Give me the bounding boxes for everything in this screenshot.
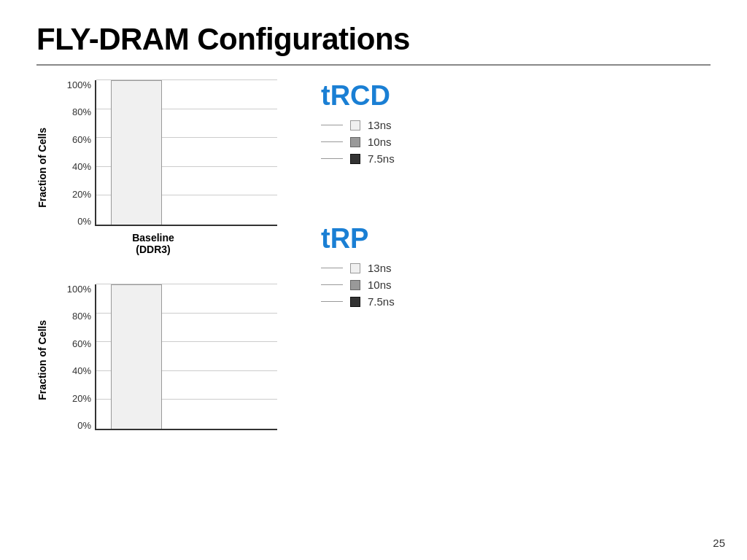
trp-plot	[95, 284, 277, 430]
trp-legend-10ns: 10ns	[321, 279, 395, 291]
trcd-label-13ns: 13ns	[368, 119, 392, 131]
trp-legend-13ns: 13ns	[321, 262, 395, 274]
trp-box-75ns	[350, 297, 360, 307]
trp-y-tick-80: 80%	[62, 311, 91, 321]
trcd-chart-inner: 0% 20% 40% 60% 80% 100%	[62, 80, 277, 226]
trcd-bar-baseline	[111, 80, 162, 225]
y-tick-0: 0%	[62, 217, 91, 226]
trp-box-13ns	[350, 263, 360, 273]
page-number: 25	[713, 537, 725, 549]
trp-line-10ns	[321, 284, 343, 285]
trp-legend-75ns: 7.5ns	[321, 295, 395, 308]
trp-chart-block: Fraction of Cells 0% 20% 40% 60% 80% 100…	[36, 284, 277, 436]
trcd-legend-13ns: 13ns	[321, 119, 395, 131]
trp-bar-baseline	[111, 284, 162, 429]
trp-label-13ns: 13ns	[368, 262, 392, 274]
y-tick-100: 100%	[62, 80, 91, 90]
trp-legend-block: tRP 13ns 10ns 7.5ns	[321, 223, 395, 308]
trcd-legend-10ns: 10ns	[321, 136, 395, 148]
y-tick-40: 40%	[62, 162, 91, 171]
trcd-label-75ns: 7.5ns	[368, 152, 395, 165]
trcd-legend-title: tRCD	[321, 80, 390, 112]
y-tick-80: 80%	[62, 107, 91, 117]
trcd-box-75ns	[350, 154, 360, 164]
charts-column: Fraction of Cells 0% 20% 40% 60% 80% 100…	[36, 80, 277, 436]
trcd-line-75ns	[321, 158, 343, 159]
trp-legend-title: tRP	[321, 223, 368, 254]
legend-area: tRCD 13ns 10ns 7.5ns	[321, 80, 395, 436]
trcd-line-10ns	[321, 141, 343, 142]
trp-legend-items: 13ns 10ns 7.5ns	[321, 262, 395, 308]
trp-line-13ns	[321, 268, 343, 268]
trp-chart-inner: 0% 20% 40% 60% 80% 100%	[62, 284, 277, 430]
trcd-chart-block: Fraction of Cells 0% 20% 40% 60% 80% 100…	[36, 80, 277, 255]
trcd-chart-container: 0% 20% 40% 60% 80% 100%	[62, 80, 277, 255]
trp-label-75ns: 7.5ns	[368, 295, 395, 308]
trcd-x-label: Baseline(DDR3)	[62, 232, 244, 255]
trcd-y-ticks: 0% 20% 40% 60% 80% 100%	[62, 80, 91, 226]
trp-y-tick-100: 100%	[62, 284, 91, 294]
trp-y-tick-60: 60%	[62, 339, 91, 349]
trp-y-ticks: 0% 20% 40% 60% 80% 100%	[62, 284, 91, 430]
trcd-box-10ns	[350, 137, 360, 147]
charts-area: Fraction of Cells 0% 20% 40% 60% 80% 100…	[36, 80, 711, 436]
trp-y-tick-0: 0%	[62, 421, 91, 430]
trcd-plot	[95, 80, 277, 226]
slide-title: FLY-DRAM Configurations	[36, 22, 711, 57]
trp-label-10ns: 10ns	[368, 279, 392, 291]
trp-y-label: Fraction of Cells	[36, 320, 58, 400]
trp-box-10ns	[350, 280, 360, 290]
trcd-legend-items: 13ns 10ns 7.5ns	[321, 119, 395, 165]
trcd-legend-block: tRCD 13ns 10ns 7.5ns	[321, 80, 395, 165]
y-tick-20: 20%	[62, 190, 91, 199]
y-tick-60: 60%	[62, 135, 91, 144]
trp-bar-group	[111, 284, 162, 429]
trcd-label-10ns: 10ns	[368, 136, 392, 148]
trcd-bar-group	[111, 80, 162, 225]
trcd-y-label: Fraction of Cells	[36, 128, 58, 208]
legend-gap	[321, 172, 395, 216]
trp-y-tick-40: 40%	[62, 366, 91, 376]
trcd-box-13ns	[350, 120, 360, 131]
trp-chart-container: 0% 20% 40% 60% 80% 100%	[62, 284, 277, 436]
trcd-legend-75ns: 7.5ns	[321, 152, 395, 165]
trp-y-tick-20: 20%	[62, 394, 91, 403]
trcd-line-13ns	[321, 125, 343, 125]
trp-line-75ns	[321, 301, 343, 302]
title-divider	[36, 64, 711, 66]
slide: FLY-DRAM Configurations Fraction of Cell…	[0, 0, 747, 560]
